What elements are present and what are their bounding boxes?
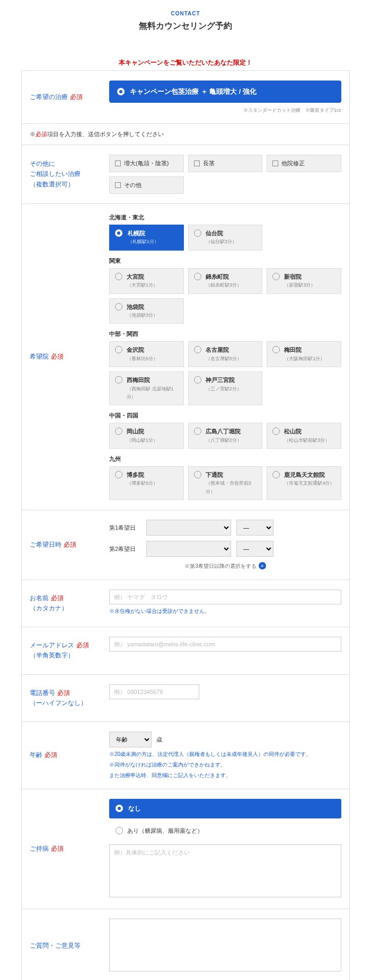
radio-dot-icon [117, 88, 125, 95]
radio-dot-icon [116, 805, 123, 812]
clinic-option[interactable]: 大宮院（大宮駅1分） [109, 268, 184, 294]
clinic-option[interactable]: 岡山院（岡山駅1分） [109, 423, 184, 449]
region-heading: 北海道・東北 [109, 213, 341, 221]
clinic-option[interactable]: 札幌院（札幌駅1分） [109, 225, 184, 251]
radio-empty-icon [272, 471, 280, 478]
checkbox-other[interactable]: その他 [109, 176, 184, 194]
radio-empty-icon [116, 827, 123, 834]
plus-icon[interactable]: + [259, 562, 266, 569]
checkbox-other[interactable]: 他院修正 [267, 155, 341, 172]
date2-label: 第2希望日 [109, 545, 141, 553]
clinic-option[interactable]: 新宿院（新宿駅3分） [267, 268, 341, 294]
label-other: その他に ご相談したい治療 （複数選択可） [22, 145, 101, 203]
label-comments: ご質問・ご意見等 [22, 909, 101, 980]
radio-empty-icon [194, 229, 201, 237]
eyebrow: CONTACT [21, 11, 350, 16]
email-input[interactable] [109, 637, 341, 652]
treatment-option[interactable]: キャンペーン包茎治療 ＋ 亀頭増大 / 強化 [109, 81, 341, 103]
time1-select[interactable]: — [236, 520, 273, 536]
comments-textarea[interactable] [109, 919, 341, 972]
radio-empty-icon [194, 273, 201, 280]
checkbox-icon [194, 161, 200, 166]
clinic-option[interactable]: 仙台院（仙台駅3分） [188, 225, 263, 251]
clinic-option[interactable]: 梅田院（大阪梅田駅1分） [267, 341, 341, 367]
required-note: ※必須項目を入力後、送信ボタンを押してください [22, 124, 349, 145]
clinic-option[interactable]: 錦糸町院（錦糸町駅3分） [188, 268, 263, 294]
age-unit: 歳 [156, 736, 162, 743]
page-title: 無料カウンセリング予約 [21, 21, 350, 32]
clinic-option[interactable]: 池袋院（池袋駅3分） [109, 298, 184, 324]
clinic-option[interactable]: 松山院（松山市駅前駅3分） [267, 423, 341, 449]
label-treatment: ご希望の治療必須 [22, 71, 101, 123]
label-name: お名前必須（カタカナ） [22, 580, 101, 627]
clinic-option[interactable]: 博多院（博多駅5分） [109, 466, 184, 500]
age-hint2: ※同伴がなければ治療のご案内ができかねます。 [109, 761, 341, 769]
radio-empty-icon [115, 303, 122, 310]
radio-empty-icon [272, 273, 280, 280]
illness-textarea[interactable] [109, 844, 341, 897]
form: ご希望の治療必須 キャンペーン包茎治療 ＋ 亀頭増大 / 強化 ※スタンダードカ… [21, 70, 350, 980]
clinic-option[interactable]: 名古屋院（名古屋駅5分） [188, 341, 263, 367]
radio-empty-icon [115, 471, 122, 478]
radio-empty-icon [194, 471, 201, 478]
radio-empty-icon [115, 346, 122, 353]
radio-empty-icon [194, 427, 201, 435]
region-heading: 中国・四国 [109, 412, 341, 420]
checkbox-other[interactable]: 増大(亀頭・陰茎) [109, 155, 184, 172]
age-select[interactable]: 年齢 [109, 732, 152, 747]
age-hint1: ※20歳未満の方は、法定代理人（親権者もしくは未成年後見人）の同伴が必要です。 [109, 751, 341, 758]
clinic-option[interactable]: 広島八丁堀院（八丁堀駅2分） [188, 423, 263, 449]
radio-empty-icon [272, 346, 280, 353]
checkbox-icon [115, 182, 121, 188]
region-heading: 関東 [109, 257, 341, 265]
name-hint: ※永住権がない場合は受診ができません。 [109, 608, 341, 615]
region-heading: 中部・関西 [109, 330, 341, 338]
date2-select[interactable] [146, 541, 231, 557]
label-illness: ご持病必須 [22, 789, 101, 908]
phone-input[interactable] [109, 684, 199, 699]
label-clinic: 希望院必須 [22, 204, 101, 510]
illness-none[interactable]: なし [109, 799, 341, 818]
label-age: 年齢必須 [22, 722, 101, 789]
label-datetime: ご希望日時必須 [22, 510, 101, 580]
date3-note: ※第3希望日以降の選択をする+ [109, 562, 341, 570]
checkbox-icon [115, 161, 121, 166]
illness-yes[interactable]: あり（糖尿病、服用薬など） [109, 823, 341, 839]
age-hint3: また治療申込時、同意欄にご記入をいただきます。 [109, 772, 341, 779]
date1-select[interactable] [146, 520, 231, 536]
radio-empty-icon [115, 376, 122, 384]
region-heading: 九州 [109, 455, 341, 463]
date1-label: 第1希望日 [109, 524, 141, 532]
label-phone: 電話番号必須（ーハイフンなし） [22, 675, 101, 721]
radio-empty-icon [194, 346, 201, 353]
clinic-option[interactable]: 神戸三宮院（三ノ宮駅2分） [188, 371, 263, 405]
checkbox-other[interactable]: 長茎 [188, 155, 263, 172]
clinic-option[interactable]: 金沢院（香林坊5分） [109, 341, 184, 367]
label-email: メールアドレス必須（半角英数字） [22, 627, 101, 674]
name-input[interactable] [109, 590, 341, 604]
radio-empty-icon [115, 273, 122, 280]
radio-dot-icon [115, 229, 122, 237]
clinic-option[interactable]: 西梅田院（西梅田駅 北新地駅1分） [109, 371, 184, 405]
clinic-option[interactable]: 鹿児島天文館院（市電天文館通駅4分） [267, 466, 341, 500]
checkbox-icon [272, 161, 278, 166]
clinic-option[interactable]: 下通院（熊本城・市役所前3分） [188, 466, 263, 500]
radio-empty-icon [115, 427, 122, 435]
time2-select[interactable]: — [236, 541, 273, 557]
campaign-notice: 本キャンペーンをご覧いただいたあなた限定！ [21, 58, 350, 67]
radio-empty-icon [272, 427, 280, 435]
treatment-note: ※スタンダードカット治療 ※吸収タイプ1cc [109, 107, 341, 114]
radio-empty-icon [194, 376, 201, 384]
